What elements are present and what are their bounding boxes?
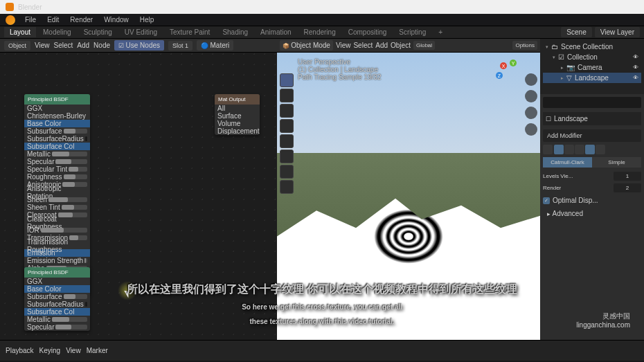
tab-uv[interactable]: UV Editing [119, 27, 163, 37]
outliner[interactable]: ▾🗀 Scene Collection ▾☑ Collection👁 ▸📷 Ca… [540, 39, 644, 94]
pan-gizmo-icon[interactable] [525, 90, 537, 102]
mod-vis-icon[interactable] [554, 145, 564, 154]
levels-viewport-field[interactable]: 1 [614, 172, 641, 181]
menu-window[interactable]: Window [100, 15, 133, 25]
tab-shading[interactable]: Shading [217, 27, 253, 37]
checkbox-icon[interactable]: ✓ [543, 197, 550, 204]
advanced-section[interactable]: ▸ Advanced [543, 207, 641, 220]
visibility-icon[interactable]: 👁 [633, 75, 638, 81]
add-modifier-dropdown[interactable]: Add Modifier [543, 129, 641, 142]
axis-gizmo[interactable]: X Y Z [492, 60, 519, 87]
view-menu[interactable]: View [66, 347, 81, 354]
vp-options[interactable]: Options [512, 41, 537, 50]
node-principled-bsdf-2[interactable]: Principled BSDF GGX Base Color Subsurfac… [24, 267, 90, 331]
workspace-tabs: Layout Modeling Sculpting UV Editing Tex… [0, 26, 644, 39]
outliner-scene-collection[interactable]: ▾🗀 Scene Collection [543, 42, 641, 52]
scene-selector[interactable]: Scene [561, 27, 591, 37]
tab-animation[interactable]: Animation [255, 27, 296, 37]
transform-tool-icon[interactable] [280, 150, 294, 163]
blender-icon [6, 3, 14, 11]
vp-object[interactable]: Object [391, 42, 411, 49]
node-editor-header: Object View Select Add Node ☑ Use Nodes … [0, 39, 277, 53]
zoom-gizmo-icon[interactable] [525, 73, 537, 86]
node-title: Principled BSDF [24, 94, 90, 105]
timeline[interactable]: Playback Keying View Marker [0, 340, 644, 361]
tab-add[interactable]: + [433, 27, 448, 37]
window-titlebar: Blender [0, 0, 644, 14]
viewport-canvas[interactable]: User Perspective (1) Collection | Landsc… [277, 53, 540, 340]
levels-viewport-row: Levels Vie... 1 [543, 170, 641, 182]
tab-rendering[interactable]: Rendering [298, 27, 341, 37]
viewlayer-selector[interactable]: View Layer [595, 27, 640, 37]
use-nodes-toggle[interactable]: ☑ Use Nodes [114, 40, 164, 51]
menu-file[interactable]: File [21, 15, 40, 25]
tab-sculpting[interactable]: Sculpting [78, 27, 118, 37]
catmull-tab[interactable]: Catmull-Clark [543, 157, 592, 168]
simple-tab[interactable]: Simple [592, 157, 641, 168]
outliner-landscape[interactable]: ▸▽ Landscape👁 [543, 73, 641, 83]
node-node[interactable]: Node [93, 42, 110, 49]
scale-tool-icon[interactable] [280, 134, 294, 148]
outliner-camera[interactable]: ▸📷 Camera👁 [543, 62, 641, 73]
visibility-icon[interactable]: 👁 [633, 54, 638, 60]
vp-view[interactable]: View [336, 42, 351, 49]
camera-gizmo-icon[interactable] [525, 107, 537, 119]
mode-selector[interactable]: 📦 Object Mode [280, 40, 333, 51]
marker-menu[interactable]: Marker [87, 347, 108, 354]
cursor-tool-icon[interactable] [280, 89, 294, 102]
tab-modeling[interactable]: Modeling [37, 27, 77, 37]
z-axis-icon[interactable]: Z [496, 72, 503, 79]
node-material-output[interactable]: Mat Output All Surface Volume Displaceme… [215, 94, 260, 135]
mod-vis-icon[interactable] [585, 145, 595, 154]
playback-menu[interactable]: Playback [6, 347, 34, 354]
levels-render-field[interactable]: 2 [614, 183, 641, 192]
viewport-toolbar [280, 73, 294, 194]
visibility-icon[interactable]: 👁 [633, 64, 638, 71]
material-field[interactable]: 🔵 Materi [197, 40, 233, 51]
move-tool-icon[interactable] [280, 104, 294, 118]
node-principled-bsdf[interactable]: Principled BSDF GGX Christensen-Burley B… [24, 94, 90, 295]
node-output-title: Mat Output [215, 94, 260, 105]
ortho-gizmo-icon[interactable] [525, 123, 537, 136]
app-title: Blender [18, 3, 42, 11]
mod-vis-icon[interactable] [564, 145, 574, 154]
y-axis-icon[interactable]: Y [510, 60, 517, 66]
properties-search[interactable] [543, 97, 641, 108]
3d-viewport[interactable]: 📦 Object Mode View Select Add Object Glo… [277, 39, 540, 340]
cursor-highlight [118, 281, 137, 300]
mouse-cursor-icon [126, 289, 137, 300]
properties-panel: ☐ Landscape Add Modifier Catmull-Clark S… [540, 94, 644, 340]
mod-vis-icon[interactable] [575, 145, 584, 154]
rotate-tool-icon[interactable] [280, 119, 294, 133]
optimal-display-check[interactable]: ✓ Optimal Disp... [543, 194, 641, 207]
vp-add[interactable]: Add [375, 42, 388, 49]
x-axis-icon[interactable]: X [500, 62, 507, 69]
annotate-tool-icon[interactable] [280, 165, 294, 179]
mod-vis-icon[interactable] [596, 145, 605, 154]
modifier-icon[interactable] [543, 145, 553, 154]
node-view[interactable]: View [35, 42, 50, 49]
tab-layout[interactable]: Layout [4, 27, 36, 37]
node-mode[interactable]: Object [4, 41, 30, 51]
transform-orientation[interactable]: Global [413, 41, 435, 50]
measure-tool-icon[interactable] [280, 180, 294, 194]
select-tool-icon[interactable] [280, 73, 294, 87]
blender-logo-icon[interactable] [6, 15, 15, 25]
menu-render[interactable]: Render [66, 15, 97, 25]
node-editor[interactable]: Object View Select Add Node ☑ Use Nodes … [0, 39, 277, 340]
viewport-info-overlay: User Perspective (1) Collection | Landsc… [298, 58, 382, 81]
viewport-nav-gizmos [525, 73, 537, 136]
keying-menu[interactable]: Keying [39, 347, 61, 354]
menu-edit[interactable]: Edit [43, 15, 63, 25]
object-name[interactable]: ☐ Landscape [543, 112, 641, 125]
slot-selector[interactable]: Slot 1 [168, 41, 193, 51]
node-select[interactable]: Select [54, 42, 73, 49]
tab-compositing[interactable]: Compositing [343, 27, 393, 37]
vp-select[interactable]: Select [353, 42, 373, 49]
levels-render-row: Render 2 [543, 182, 641, 194]
node-add[interactable]: Add [77, 42, 89, 49]
outliner-collection[interactable]: ▾☑ Collection👁 [543, 52, 641, 62]
menu-help[interactable]: Help [136, 15, 159, 25]
tab-scripting[interactable]: Scripting [393, 27, 431, 37]
tab-texture[interactable]: Texture Paint [164, 27, 215, 37]
